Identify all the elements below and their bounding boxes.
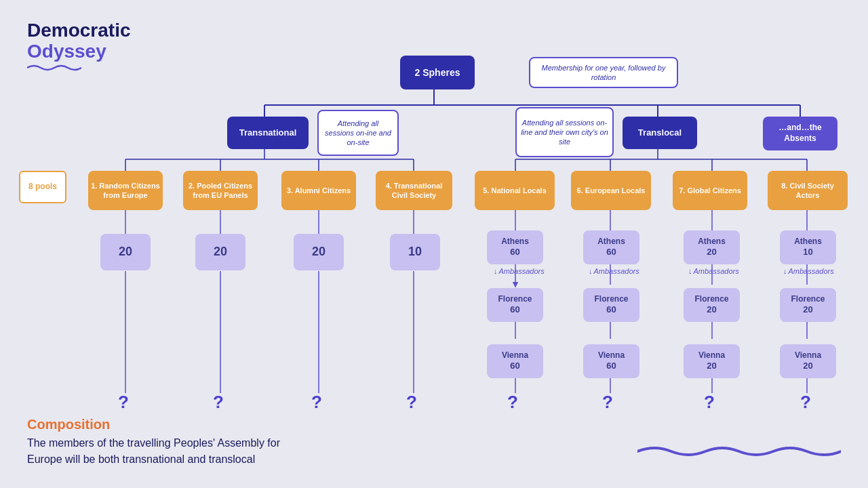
pool-3-count: 20 <box>294 234 344 270</box>
pool-7-florence-count: 20 <box>707 304 716 316</box>
pool-5-vienna-count: 60 <box>510 361 519 372</box>
question-3: ? <box>311 392 322 413</box>
pool-6-florence-count: 60 <box>606 304 616 316</box>
pool-7-ambassadors-1: Ambassadors <box>688 267 739 275</box>
pool-8-florence: Florence 20 <box>780 288 836 322</box>
pool-1-box: 1. Random Citizens from Europe <box>88 171 163 210</box>
bottom-section: Composition The members of the travellin… <box>27 417 280 468</box>
pool-6-athens-count: 60 <box>606 247 616 258</box>
pool-7-vienna: Vienna 20 <box>684 344 740 378</box>
pool-7-florence-name: Florence <box>694 294 728 305</box>
pool-7-athens-count: 20 <box>707 247 716 258</box>
membership-note: Membership for one year, followed by rot… <box>529 57 678 88</box>
composition-description: The members of the travelling Peoples' A… <box>27 435 280 468</box>
pool-1-count: 20 <box>100 234 151 270</box>
pool-5-athens: Athens 60 <box>487 230 543 264</box>
attending-translocal-note: Attending all sessions on-line and their… <box>515 107 614 157</box>
pool-6-athens: Athens 60 <box>583 230 639 264</box>
pool-5-athens-count: 60 <box>510 247 519 258</box>
pool-8-florence-name: Florence <box>791 294 825 305</box>
question-8: ? <box>800 392 811 413</box>
question-4: ? <box>406 392 417 413</box>
pool-8-box: 8. Civil Society Actors <box>768 171 848 210</box>
logo: Democratic Odyssey <box>27 20 131 75</box>
spheres-box: 2 Spheres <box>400 56 475 89</box>
pool-5-florence: Florence 60 <box>487 288 543 322</box>
pool-5-vienna: Vienna 60 <box>487 344 543 378</box>
question-6: ? <box>602 392 613 413</box>
pool-6-box: 6. European Locals <box>571 171 651 210</box>
bottom-wave-icon <box>637 441 841 462</box>
question-7: ? <box>704 392 715 413</box>
pool-8-athens-name: Athens <box>794 237 822 247</box>
pool-5-box: 5. National Locals <box>475 171 555 210</box>
pool-7-vienna-name: Vienna <box>698 350 725 361</box>
logo-wave-icon <box>27 64 81 72</box>
question-2: ? <box>213 392 224 413</box>
question-1: ? <box>118 392 129 413</box>
pool-7-athens: Athens 20 <box>684 230 740 264</box>
pool-8-athens-count: 10 <box>803 247 812 258</box>
pool-8-ambassadors-1: Ambassadors <box>783 267 834 275</box>
pool-8-athens: Athens 10 <box>780 230 836 264</box>
pool-7-athens-name: Athens <box>698 237 726 247</box>
pool-6-athens-name: Athens <box>597 237 625 247</box>
pool-7-florence: Florence 20 <box>684 288 740 322</box>
bottom-wave-decoration <box>637 441 841 464</box>
absents-box: …and…the Absents <box>763 117 837 150</box>
pool-5-athens-name: Athens <box>501 237 529 247</box>
pool-5-florence-name: Florence <box>498 294 532 305</box>
pool-6-vienna-name: Vienna <box>598 350 625 361</box>
pool-4-box: 4. Transnational Civil Society <box>376 171 452 210</box>
pool-5-ambassadors-1: Ambassadors <box>494 267 545 275</box>
pool-3-box: 3. Alumni Citizens <box>281 171 356 210</box>
pool-5-vienna-name: Vienna <box>502 350 528 361</box>
pool-6-florence: Florence 60 <box>583 288 639 322</box>
pool-6-florence-name: Florence <box>594 294 628 305</box>
pool-6-vienna: Vienna 60 <box>583 344 639 378</box>
pool-8-florence-count: 20 <box>803 304 812 316</box>
pools-label-box: 8 pools <box>19 171 66 203</box>
attending-trans-note: Attending all sessions on-ine and on-sit… <box>317 110 399 156</box>
pool-4-count: 10 <box>390 234 440 270</box>
pool-7-box: 7. Global Citizens <box>673 171 747 210</box>
translocal-box: Translocal <box>623 117 697 149</box>
pool-8-vienna-count: 20 <box>803 361 812 372</box>
pool-7-vienna-count: 20 <box>707 361 716 372</box>
composition-title: Composition <box>27 417 280 432</box>
pool-2-count: 20 <box>195 234 245 270</box>
pool-5-florence-count: 60 <box>510 304 519 316</box>
pool-8-vienna-name: Vienna <box>795 350 821 361</box>
pool-2-box: 2. Pooled Citizens from EU Panels <box>183 171 258 210</box>
logo-line1: Democratic <box>27 20 131 41</box>
pool-6-vienna-count: 60 <box>606 361 616 372</box>
transnational-box: Transnational <box>227 117 309 149</box>
logo-line2: Odyssey <box>27 41 131 62</box>
question-5: ? <box>507 392 518 413</box>
pool-6-ambassadors-1: Ambassadors <box>589 267 639 275</box>
pool-8-vienna: Vienna 20 <box>780 344 836 378</box>
